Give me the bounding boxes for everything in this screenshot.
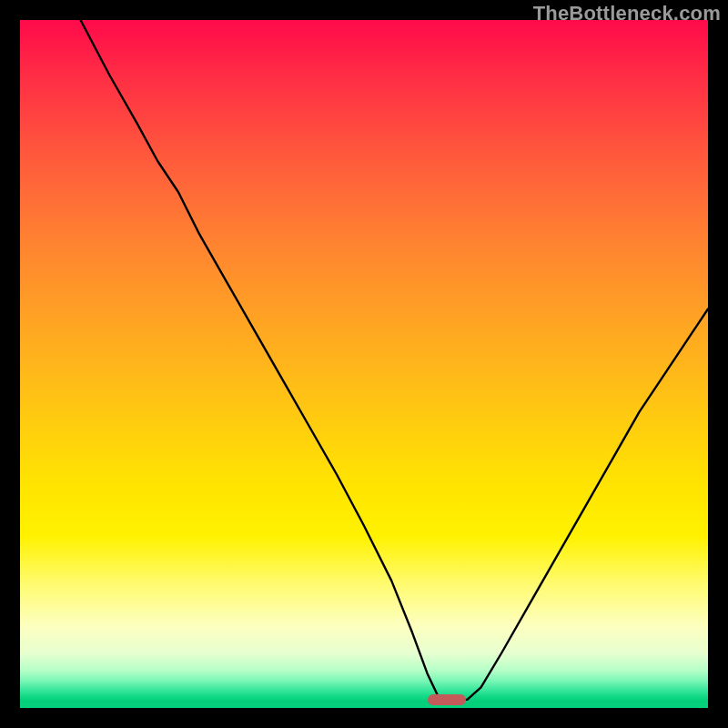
bottleneck-curve [20, 20, 708, 708]
chart-canvas: TheBottleneck.com [0, 0, 728, 728]
curve-path [81, 20, 709, 700]
optimal-marker [428, 694, 466, 706]
attribution-watermark: TheBottleneck.com [533, 2, 721, 25]
plot-area [20, 20, 708, 708]
